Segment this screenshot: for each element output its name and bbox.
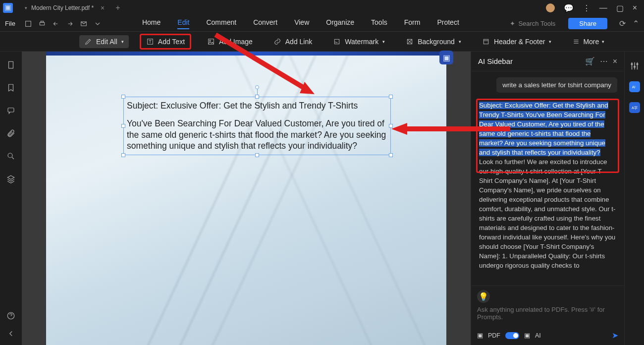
share-button[interactable]: Share — [568, 18, 607, 29]
maximize-icon[interactable]: ▢ — [616, 3, 624, 13]
svg-point-8 — [210, 40, 211, 41]
svg-rect-11 — [483, 39, 488, 44]
cart-icon[interactable]: 🛒 — [585, 57, 595, 66]
close-sidebar-icon[interactable]: × — [613, 57, 617, 66]
pencil-icon — [84, 38, 92, 46]
header-footer-icon — [482, 38, 490, 46]
search-tools[interactable]: ✦ Search Tools — [510, 20, 555, 27]
avatar[interactable] — [546, 3, 555, 12]
more-button[interactable]: More▾ — [567, 35, 609, 48]
comment-icon[interactable] — [6, 106, 15, 115]
collapse-icon[interactable] — [6, 329, 15, 338]
page-header-band — [46, 52, 446, 56]
tab-title: Modern City Letter.pdf * — [31, 4, 94, 11]
tab-form[interactable]: Form — [404, 18, 421, 29]
watermark-icon — [333, 38, 341, 46]
chevron-up-icon[interactable]: ⌃ — [633, 19, 639, 28]
translate-icon[interactable]: A字 — [629, 102, 640, 113]
tab-comment[interactable]: Comment — [206, 18, 236, 29]
svg-rect-4 — [41, 21, 43, 22]
chevron-down-icon: ▾ — [25, 5, 27, 10]
save-icon[interactable] — [24, 20, 32, 28]
svg-rect-17 — [8, 108, 14, 112]
dropdown-icon[interactable] — [94, 20, 102, 28]
document-canvas[interactable]: Subject: Exclusive Offer: Get the Stylis… — [22, 52, 471, 345]
tab-home[interactable]: Home — [142, 18, 161, 29]
more-icon[interactable]: ⋯ — [600, 57, 608, 66]
send-icon[interactable]: ➤ — [612, 331, 618, 340]
ai-user-prompt: write a sales letter for tshirt company — [496, 77, 617, 93]
mail-icon[interactable] — [80, 20, 88, 28]
link-icon — [273, 38, 281, 46]
text-edit-box[interactable]: Subject: Exclusive Offer: Get the Stylis… — [123, 97, 391, 155]
tab-tools[interactable]: Tools — [371, 18, 387, 29]
text-icon — [146, 38, 154, 46]
minimize-icon[interactable]: — — [599, 3, 607, 12]
page-thumbnails-icon[interactable] — [6, 60, 15, 69]
add-text-button[interactable]: Add Text — [141, 35, 190, 48]
badge-ai: AI — [535, 332, 541, 339]
chat-icon[interactable]: 💬 — [564, 3, 574, 13]
add-image-button[interactable]: Add Image — [202, 35, 258, 48]
tab-edit[interactable]: Edit — [177, 18, 189, 29]
edit-all-button[interactable]: Edit All▾ — [79, 35, 129, 48]
idea-icon[interactable]: 💡 — [477, 290, 490, 303]
svg-rect-2 — [26, 21, 31, 26]
pdf-badge-icon: ▣ — [477, 332, 483, 339]
attachment-icon[interactable] — [6, 129, 15, 138]
print-icon[interactable] — [38, 20, 46, 28]
ai-input[interactable] — [477, 306, 618, 325]
background-icon — [406, 38, 414, 46]
document-tab[interactable]: ▾ Modern City Letter.pdf * × — [19, 1, 110, 15]
background-button[interactable]: Background▾ — [401, 35, 466, 48]
tab-protect[interactable]: Protect — [437, 18, 459, 29]
tab-organize[interactable]: Organize — [326, 18, 354, 29]
menu-file[interactable]: File — [5, 20, 15, 27]
ai-sidebar-title: AI Sidebar — [478, 57, 513, 65]
svg-text:A字: A字 — [632, 106, 638, 110]
cloud-icon[interactable]: ⟳ — [619, 19, 626, 28]
help-icon[interactable] — [6, 311, 15, 320]
badge-pdf: PDF — [488, 332, 500, 339]
bookmark-icon[interactable] — [6, 83, 15, 92]
search-icon[interactable] — [6, 152, 15, 161]
ai-toggle[interactable] — [505, 332, 519, 339]
svg-rect-16 — [9, 61, 13, 68]
svg-rect-9 — [335, 39, 339, 44]
ai-response[interactable]: Subject: Exclusive Offer: Get the Stylis… — [476, 99, 619, 284]
image-icon — [207, 38, 215, 46]
tab-view[interactable]: View — [294, 18, 309, 29]
redo-icon[interactable] — [66, 20, 74, 28]
svg-rect-1 — [6, 6, 10, 10]
ai-badge2-icon: ▣ — [524, 332, 530, 339]
layers-icon[interactable] — [6, 174, 15, 183]
undo-icon[interactable] — [52, 20, 60, 28]
svg-line-19 — [12, 157, 14, 159]
ai-badge-icon: ▣ — [439, 51, 453, 64]
text-subject: Subject: Exclusive Offer: Get the Stylis… — [127, 100, 387, 111]
close-window-icon[interactable]: × — [633, 3, 637, 12]
sparkle-icon: ✦ — [510, 20, 515, 27]
text-body: You've Been Searching For Dear Valued Cu… — [127, 118, 387, 151]
ai-response-rest: Look no further! We are excited to intro… — [479, 158, 615, 269]
watermark-button[interactable]: Watermark▾ — [328, 35, 390, 48]
app-logo — [3, 3, 13, 13]
svg-point-18 — [8, 153, 12, 158]
kebab-icon[interactable]: ⋮ — [583, 3, 590, 13]
svg-rect-7 — [209, 39, 214, 44]
close-tab-icon[interactable]: × — [101, 4, 105, 12]
add-link-button[interactable]: Add Link — [268, 35, 317, 48]
tab-convert[interactable]: Convert — [253, 18, 277, 29]
ai-icon[interactable]: AI — [629, 81, 640, 92]
header-footer-button[interactable]: Header & Footer▾ — [477, 35, 557, 48]
settings-icon[interactable] — [629, 60, 640, 71]
svg-rect-3 — [40, 22, 44, 25]
new-tab-button[interactable]: + — [115, 3, 120, 12]
svg-text:AI: AI — [632, 85, 635, 89]
hamburger-icon — [572, 38, 580, 46]
ai-response-highlighted: Subject: Exclusive Offer: Get the Stylis… — [479, 102, 608, 156]
